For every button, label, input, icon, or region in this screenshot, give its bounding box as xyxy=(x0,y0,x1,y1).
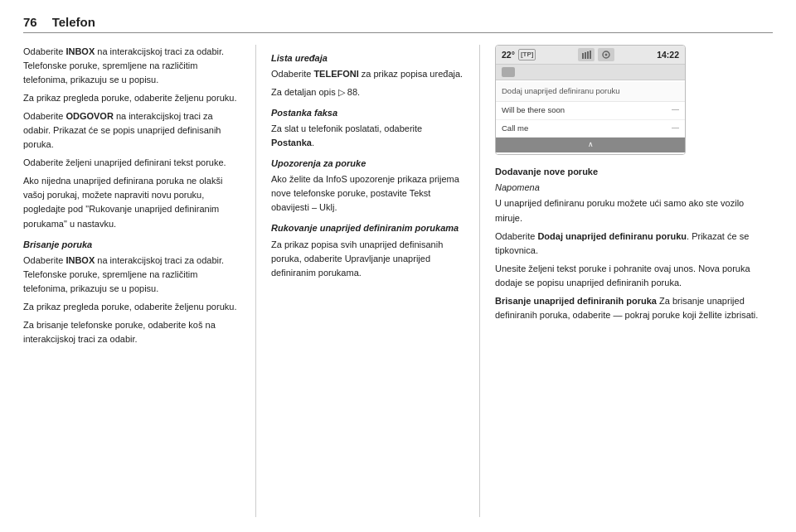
phone-scroll-btn[interactable]: ∧ xyxy=(496,138,685,152)
phone-msg-item-1[interactable]: Will be there soon — xyxy=(496,102,685,120)
left-para-1: Odaberite INBOX na interakcijskoj traci … xyxy=(23,45,240,87)
col-right: 22° [TP] xyxy=(479,45,773,517)
left-para-4: Odaberite željeni unaprijed definirani t… xyxy=(23,156,240,170)
phone-status-bar: 22° [TP] xyxy=(496,46,685,65)
right-para-1: Odaberite Dodaj unaprijed definiranu por… xyxy=(495,230,773,258)
middle-section4-para-1: Za prikaz popisa svih unaprijed definisa… xyxy=(271,238,464,280)
phone-temp: 22° xyxy=(502,48,515,61)
svg-rect-3 xyxy=(590,51,591,59)
phone-tag: [TP] xyxy=(518,49,536,60)
middle-section3-para-1: Ako želite da InfoS upozorenje prikaza p… xyxy=(271,172,464,215)
right-section-heading: Dodavanje nove poruke xyxy=(495,165,773,179)
phone-message-list: Dodaj unaprijed definiranu poruku Will b… xyxy=(496,80,685,154)
phone-time: 14:22 xyxy=(657,48,679,61)
svg-point-5 xyxy=(605,54,608,56)
columns: Odaberite INBOX na interakcijskoj traci … xyxy=(23,45,773,517)
right-para-2: Unesite željeni tekst poruke i pohranite… xyxy=(495,262,773,290)
middle-section2-para-1: Za slat u telefonik poslatati, odaberite… xyxy=(271,122,464,150)
svg-rect-0 xyxy=(582,53,584,59)
left-para-5: Ako nijedna unaprijed definirana poruka … xyxy=(23,174,240,230)
middle-section1-para-1: Odaberite TELEFONI za prikaz popisa uređ… xyxy=(271,67,464,81)
page-title: Telefon xyxy=(52,15,95,29)
svg-rect-1 xyxy=(585,52,586,59)
col-middle: Lista uređaja Odaberite TELEFONI za prik… xyxy=(255,45,479,517)
page-container: 76 Telefon Odaberite INBOX na interakcij… xyxy=(0,0,796,532)
middle-section1-heading: Lista uređaja xyxy=(271,51,464,65)
phone-msg-arrow-2: — xyxy=(672,123,679,134)
right-para-3: Brisanje unaprijed definiranih poruka Za… xyxy=(495,294,773,322)
phone-icon-2[interactable] xyxy=(598,48,614,61)
phone-status-left: 22° [TP] xyxy=(502,48,536,61)
right-note-label: Napomena xyxy=(495,181,773,195)
phone-status-icons xyxy=(578,48,614,61)
left-section-heading: Brisanje poruka xyxy=(23,238,240,252)
left-para-3: Odaberite ODGOVOR na interakcijskoj trac… xyxy=(23,109,240,152)
phone-msg-item-2[interactable]: Call me — xyxy=(496,120,685,138)
left-section-para-3: Za brisanje telefonske poruke, odaberite… xyxy=(23,318,240,346)
svg-rect-2 xyxy=(587,51,589,59)
phone-icon-1[interactable] xyxy=(578,48,595,61)
phone-action-row xyxy=(496,65,685,80)
phone-mockup: 22° [TP] xyxy=(495,45,686,155)
middle-section2-heading: Postanka faksa xyxy=(271,106,464,120)
left-para-2: Za prikaz pregleda poruke, odaberite žel… xyxy=(23,91,240,105)
phone-icon-svg-1 xyxy=(581,51,591,59)
phone-msg-arrow-1: — xyxy=(672,104,679,116)
phone-msg-text-1: Will be there soon xyxy=(502,104,565,117)
middle-section4-heading: Rukovanje unaprijed definiranim porukama xyxy=(271,221,464,235)
middle-section3-heading: Upozorenja za poruke xyxy=(271,157,464,171)
middle-section1-para-2: Za detaljan opis ▷ 88. xyxy=(271,85,464,99)
col-left: Odaberite INBOX na interakcijskoj traci … xyxy=(23,45,255,517)
page-header: 76 Telefon xyxy=(23,15,773,33)
phone-add-row[interactable]: Dodaj unaprijed definiranu poruku xyxy=(496,82,685,102)
left-section-para-1: Odaberite INBOX na interakcijskoj traci … xyxy=(23,254,240,296)
phone-msg-text-2: Call me xyxy=(502,123,528,135)
page-number: 76 xyxy=(23,15,37,29)
phone-icon-svg-2 xyxy=(601,51,611,59)
left-section-para-2: Za prikaz pregleda poruke, odaberite žel… xyxy=(23,300,240,314)
right-note-text: U unaprijed definiranu poruku možete ući… xyxy=(495,196,773,225)
phone-action-icon xyxy=(502,67,515,77)
